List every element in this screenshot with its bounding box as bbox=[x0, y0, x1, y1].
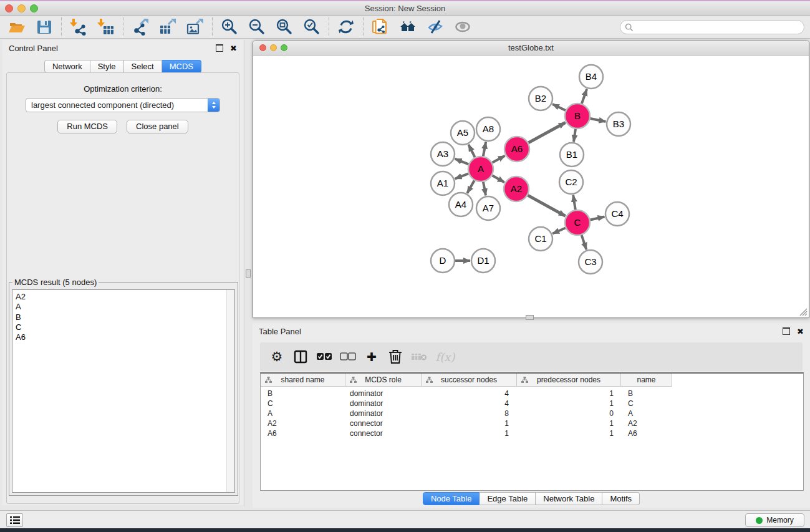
result-item[interactable]: A bbox=[16, 302, 234, 312]
float-panel-icon[interactable] bbox=[216, 44, 223, 52]
node-C3[interactable]: C3 bbox=[579, 250, 602, 274]
search-input[interactable] bbox=[634, 22, 792, 32]
edge-A-A4[interactable] bbox=[467, 180, 474, 193]
column-header-predecessor-nodes[interactable]: predecessor nodes bbox=[517, 374, 621, 387]
edge-A2-C[interactable] bbox=[528, 195, 565, 216]
node-B4[interactable]: B4 bbox=[579, 65, 603, 89]
edge-A-A6[interactable] bbox=[492, 156, 504, 163]
table-settings-button[interactable]: ⚙ bbox=[265, 349, 289, 364]
table-row[interactable]: Bdominator41B bbox=[261, 389, 803, 399]
deselect-all-button[interactable] bbox=[336, 352, 360, 361]
table-row[interactable]: Adominator80A bbox=[261, 409, 803, 418]
node-D[interactable]: D bbox=[431, 249, 455, 273]
table-tab-motifs[interactable]: Motifs bbox=[602, 492, 640, 505]
function-builder-button[interactable]: f(x) bbox=[431, 351, 460, 364]
edge-A-A8[interactable] bbox=[483, 142, 486, 157]
node-A2[interactable]: A2 bbox=[504, 177, 529, 201]
cp-tab-network[interactable]: Network bbox=[44, 60, 90, 73]
table-row[interactable]: A6connector11A6 bbox=[261, 428, 803, 438]
task-history-button[interactable] bbox=[6, 513, 23, 527]
node-B2[interactable]: B2 bbox=[529, 87, 552, 110]
edge-A-A5[interactable] bbox=[468, 145, 475, 157]
memory-button[interactable]: Memory bbox=[745, 513, 804, 527]
export-table-icon[interactable] bbox=[159, 18, 176, 36]
network-canvas[interactable]: B4B2BB3A5A8A6B1A3AC2A1A2A4A7C4CC1C3DD1 bbox=[253, 56, 809, 317]
column-header-shared-name[interactable]: shared name bbox=[261, 374, 345, 387]
edge-A-A1[interactable] bbox=[455, 173, 469, 178]
delete-column-button[interactable] bbox=[383, 349, 407, 365]
cp-tab-mcds[interactable]: MCDS bbox=[162, 60, 201, 73]
result-item[interactable]: C bbox=[16, 322, 234, 332]
table-tab-edge-table[interactable]: Edge Table bbox=[480, 492, 536, 505]
node-D1[interactable]: D1 bbox=[471, 249, 495, 273]
first-neighbors-icon[interactable] bbox=[399, 18, 417, 36]
edge-B-B3[interactable] bbox=[591, 118, 606, 122]
resize-grip-icon[interactable] bbox=[798, 306, 808, 316]
select-all-button[interactable] bbox=[312, 352, 336, 361]
cp-tab-select[interactable]: Select bbox=[124, 60, 162, 73]
show-all-icon[interactable] bbox=[454, 18, 471, 36]
result-scrollbar[interactable] bbox=[226, 290, 234, 492]
node-C4[interactable]: C4 bbox=[605, 202, 629, 226]
table-row[interactable]: Cdominator41C bbox=[261, 399, 803, 409]
zoom-selected-icon[interactable] bbox=[303, 18, 321, 36]
column-header-successor-nodes[interactable]: successor nodes bbox=[422, 374, 517, 387]
node-B[interactable]: B bbox=[565, 104, 590, 128]
close-panel-icon[interactable]: ✖ bbox=[230, 44, 237, 52]
optimization-criterion-dropdown[interactable]: largest connected component (directed) bbox=[26, 98, 220, 112]
cp-tab-style[interactable]: Style bbox=[90, 60, 124, 73]
node-A3[interactable]: A3 bbox=[431, 142, 455, 166]
network-window-titlebar[interactable]: testGlobe.txt bbox=[253, 41, 809, 56]
edge-B-B1[interactable] bbox=[574, 129, 576, 142]
edge-A-A7[interactable] bbox=[483, 182, 486, 196]
open-file-icon[interactable] bbox=[8, 18, 26, 36]
node-C[interactable]: C bbox=[565, 210, 590, 235]
node-A[interactable]: A bbox=[468, 157, 493, 181]
edge-C-C2[interactable] bbox=[573, 195, 576, 210]
edge-C-C1[interactable] bbox=[552, 228, 566, 233]
show-columns-button[interactable] bbox=[289, 349, 312, 364]
node-C1[interactable]: C1 bbox=[529, 227, 552, 251]
refresh-icon[interactable] bbox=[337, 18, 355, 36]
table-tab-node-table[interactable]: Node Table bbox=[423, 492, 480, 505]
close-table-panel-icon[interactable]: ✖ bbox=[797, 327, 804, 336]
column-header-name[interactable]: name bbox=[621, 374, 672, 387]
result-item[interactable]: B bbox=[16, 312, 234, 322]
zoom-out-icon[interactable] bbox=[248, 18, 266, 36]
splitter-grip[interactable] bbox=[246, 269, 251, 278]
export-network-icon[interactable] bbox=[132, 18, 149, 36]
node-A1[interactable]: A1 bbox=[431, 172, 455, 195]
export-image-icon[interactable] bbox=[186, 18, 204, 36]
search-field[interactable] bbox=[620, 20, 804, 34]
save-session-icon[interactable] bbox=[36, 18, 53, 36]
node-C2[interactable]: C2 bbox=[559, 170, 583, 194]
edge-A-A2[interactable] bbox=[492, 175, 504, 182]
close-panel-button[interactable]: Close panel bbox=[127, 120, 188, 133]
network-graph[interactable]: B4B2BB3A5A8A6B1A3AC2A1A2A4A7C4CC1C3DD1 bbox=[253, 56, 809, 317]
result-item[interactable]: A6 bbox=[16, 332, 234, 342]
table-row[interactable]: A2connector11A2 bbox=[261, 418, 803, 428]
node-A6[interactable]: A6 bbox=[504, 137, 529, 162]
node-B1[interactable]: B1 bbox=[560, 143, 584, 167]
import-network-icon[interactable] bbox=[70, 18, 87, 36]
edge-B-B4[interactable] bbox=[582, 89, 587, 104]
zoom-fit-icon[interactable] bbox=[276, 18, 293, 36]
node-A4[interactable]: A4 bbox=[449, 193, 473, 216]
edge-C-C4[interactable] bbox=[591, 216, 605, 220]
column-header-mcds-role[interactable]: MCDS role bbox=[345, 374, 422, 387]
zoom-in-icon[interactable] bbox=[221, 18, 238, 36]
edge-B-B2[interactable] bbox=[552, 104, 566, 110]
node-A7[interactable]: A7 bbox=[476, 196, 500, 220]
edge-C-C3[interactable] bbox=[582, 235, 587, 249]
table-tab-network-table[interactable]: Network Table bbox=[536, 492, 602, 505]
node-B3[interactable]: B3 bbox=[607, 112, 630, 136]
add-column-button[interactable]: ✚ bbox=[360, 350, 383, 364]
node-A8[interactable]: A8 bbox=[476, 117, 500, 141]
edge-A-A3[interactable] bbox=[455, 159, 469, 165]
hide-selected-icon[interactable] bbox=[427, 18, 444, 36]
delete-table-button[interactable] bbox=[407, 352, 431, 362]
edge-A6-B[interactable] bbox=[528, 123, 565, 143]
splitter-grip-horizontal[interactable] bbox=[526, 315, 534, 320]
result-item[interactable]: A2 bbox=[16, 292, 234, 302]
float-table-panel-icon[interactable] bbox=[783, 327, 790, 335]
